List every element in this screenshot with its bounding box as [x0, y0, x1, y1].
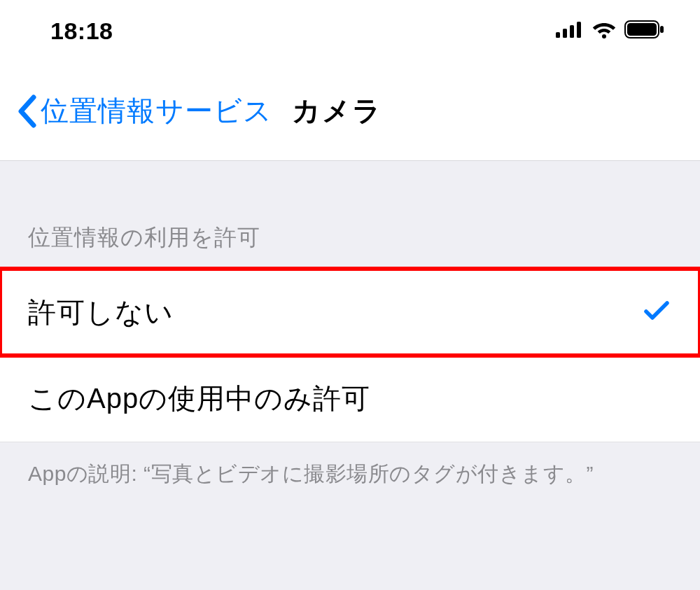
- svg-point-4: [602, 34, 606, 38]
- cellular-icon: [556, 21, 584, 41]
- svg-rect-7: [660, 26, 664, 33]
- option-label: このAppの使用中のみ許可: [28, 379, 370, 418]
- section-header: 位置情報の利用を許可: [0, 223, 700, 269]
- svg-rect-0: [556, 32, 560, 38]
- option-while-using[interactable]: このAppの使用中のみ許可: [0, 356, 700, 442]
- page-title: カメラ: [292, 92, 382, 130]
- navigation-bar: 位置情報サービス カメラ: [0, 62, 700, 161]
- back-chevron-icon[interactable]: [17, 94, 38, 128]
- svg-rect-2: [570, 25, 574, 38]
- battery-icon: [624, 20, 665, 41]
- option-never[interactable]: 許可しない: [0, 269, 700, 356]
- option-label: 許可しない: [28, 293, 174, 332]
- checkmark-icon: [644, 300, 669, 324]
- svg-rect-6: [627, 23, 657, 36]
- svg-rect-3: [577, 22, 581, 38]
- wifi-icon: [591, 20, 617, 41]
- section-footer: Appの説明: “写真とビデオに撮影場所のタグが付きます。”: [0, 442, 700, 489]
- back-button-label[interactable]: 位置情報サービス: [41, 92, 272, 130]
- status-icons: [556, 20, 665, 41]
- svg-rect-1: [563, 29, 567, 38]
- status-time: 18:18: [50, 17, 113, 45]
- status-bar: 18:18: [0, 0, 700, 62]
